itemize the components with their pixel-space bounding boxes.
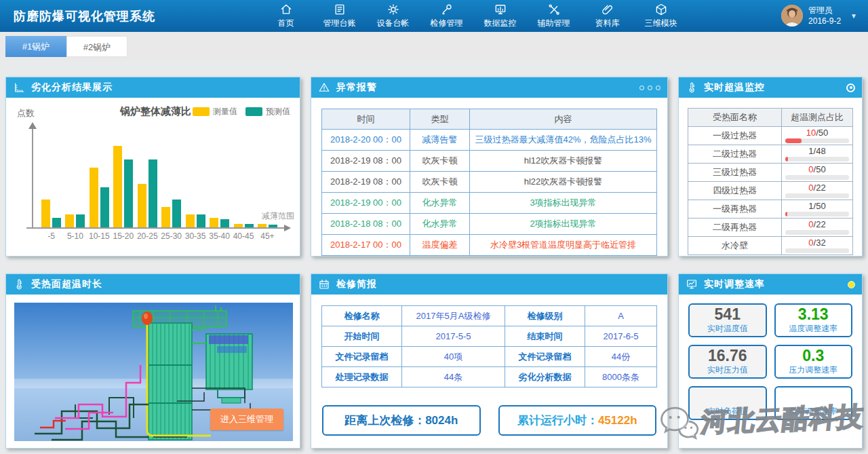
card-value	[690, 388, 766, 406]
alarm-time: 2018-2-19 00：00	[322, 193, 410, 214]
overtemp-ratio-cell: 1/48	[782, 145, 853, 164]
maintenance-label: 处理记录数据	[322, 367, 402, 387]
overtemp-numerator: 0	[808, 219, 813, 229]
alarm-row[interactable]: 2018-2-20 00：00减薄告警三级过热器最大减薄值42%，危险点占比13…	[322, 130, 657, 151]
overtemp-progress-track	[785, 193, 849, 198]
last-maintenance-button[interactable]: 距离上次检修：8024h	[322, 405, 481, 436]
user-date: 2016-9-2	[808, 16, 841, 26]
bar-group	[88, 168, 111, 227]
status-ring-icon	[846, 83, 855, 92]
chevron-down-icon[interactable]: ▼	[850, 12, 857, 20]
overtemp-column-header: 超温测点占比	[782, 109, 853, 127]
overtemp-row: 四级过热器0/22	[688, 182, 853, 200]
enter-3d-management-button[interactable]: 进入三维管理	[210, 409, 283, 430]
maintenance-label: 检修名称	[322, 306, 402, 326]
nav-item-5[interactable]: 数据监控	[473, 0, 527, 32]
overtemp-numerator: 1	[808, 201, 813, 211]
bar-预测值	[149, 159, 157, 227]
wrench-icon	[440, 3, 454, 16]
alarm-row[interactable]: 2018-2-17 00：00温度偏差水冷壁3根管道温度明显高于临近管排	[322, 235, 657, 256]
overtemp-ratio-cell: 0/22	[782, 219, 853, 237]
panel-overtemp-monitor: 实时超温监控 受热面名称超温测点占比 一级过热器10/50二级过热器1/48三级…	[678, 77, 863, 257]
adjust-card: 负荷调整速率	[774, 386, 853, 420]
total-hours-button[interactable]: 累计运行小时：45122h	[498, 405, 657, 436]
nav-item-8[interactable]: 三维模块	[634, 0, 688, 32]
panel-heating-surface-3d: 受热面超温时长	[5, 273, 300, 449]
bar-测量值	[186, 214, 195, 227]
alarm-row[interactable]: 2018-2-18 08：00化水异常2项指标出现异常	[322, 214, 657, 235]
alarm-column-header: 内容	[470, 109, 657, 130]
maintenance-value: 44条	[402, 367, 505, 387]
nav-item-7[interactable]: 资料库	[580, 0, 634, 32]
panel-degradation-header: 劣化分析结果展示	[6, 77, 300, 98]
maintenance-row: 处理记录数据44条劣化分析数据8000条条	[322, 367, 657, 387]
overtemp-ratio-cell: 0/32	[782, 237, 853, 255]
avatar[interactable]	[781, 5, 803, 26]
bar-group	[184, 214, 207, 227]
alarm-type: 吹灰卡顿	[410, 172, 470, 193]
user-info: 管理员 2016-9-2	[808, 5, 841, 26]
app-title: 防磨防爆可视化管理系统	[14, 8, 155, 24]
tab-boiler-2[interactable]: #2锅炉	[66, 36, 127, 57]
chart-monitor-icon	[686, 278, 698, 290]
alarm-header-row: 时间类型内容	[322, 109, 657, 130]
adjust-card: 0.3压力调整速率	[774, 345, 853, 379]
chart-y-axis-label: 点数	[17, 107, 35, 119]
bar-预测值	[76, 214, 85, 227]
nav-item-1[interactable]: 首页	[259, 0, 313, 32]
more-options-dots[interactable]	[639, 86, 660, 90]
overtemp-ratio: 0/22	[785, 183, 849, 193]
alarm-content: 三级过热器最大减薄值42%，危险点占比13%	[470, 130, 657, 151]
user-menu[interactable]: 管理员 2016-9-2 ▼	[781, 5, 857, 26]
alarm-table: 时间类型内容 2018-2-20 00：00减薄告警三级过热器最大减薄值42%，…	[321, 109, 657, 256]
bar-测量值	[258, 224, 267, 227]
alarm-content: hl22吹灰器卡顿报警	[470, 172, 657, 193]
ledger-icon	[333, 3, 347, 16]
legend-swatch	[245, 107, 262, 116]
bar-group	[64, 214, 86, 227]
surface-name: 一级过热器	[688, 127, 782, 145]
nav-item-3[interactable]: 设备台帐	[366, 0, 420, 32]
nav-item-label: 数据监控	[484, 18, 517, 29]
alarm-row[interactable]: 2018-2-19 08：00吹灰卡顿hl22吹灰器卡顿报警	[322, 172, 657, 193]
panel-alarm-header: 异常报警	[311, 77, 667, 98]
overtemp-numerator: 0	[808, 164, 813, 174]
maintenance-value: 44份	[585, 347, 657, 367]
maintenance-label: 文件记录留档	[505, 347, 585, 367]
tab-boiler-1[interactable]: #1锅炉	[5, 36, 66, 57]
ruler-icon	[13, 81, 25, 94]
cube-icon	[654, 3, 668, 16]
maintenance-label: 劣化分析数据	[505, 367, 585, 387]
overtemp-progress-track	[785, 175, 849, 180]
adjust-card: 实时负荷值	[688, 386, 767, 420]
x-tick-label: 40-45	[233, 231, 255, 241]
adjust-card: 541实时温度值	[688, 303, 767, 337]
card-value: 16.76	[690, 347, 766, 364]
bar-group	[233, 224, 255, 227]
overtemp-numerator: 0	[808, 183, 813, 193]
overtemp-progress-fill	[785, 138, 802, 143]
overtemp-numerator: 10	[806, 128, 816, 138]
overtemp-progress-track	[785, 230, 849, 235]
maintenance-table: 检修名称2017年5月A级检修检修级别A开始时间2017-5-5结束时间2017…	[321, 305, 657, 387]
bar-预测值	[245, 224, 254, 227]
nav-item-4[interactable]: 检修管理	[420, 0, 473, 32]
bar-测量值	[65, 214, 74, 227]
bar-测量值	[138, 184, 146, 227]
bar-测量值	[210, 218, 218, 227]
nav-item-label: 三维模块	[645, 18, 677, 29]
overtemp-numerator: 1	[808, 146, 813, 156]
maintenance-value: 2017-5-5	[402, 326, 505, 347]
alarm-row[interactable]: 2018-2-19 08：00吹灰卡顿hl12吹灰器卡顿报警	[322, 151, 657, 172]
top-navigation-bar: 防磨防爆可视化管理系统 首页管理台账设备台帐检修管理数据监控辅助管理资料库三维模…	[0, 0, 868, 32]
x-tick-label: 35-40	[208, 231, 231, 241]
maintenance-label: 文件记录留档	[322, 347, 402, 367]
paperclip-icon	[601, 3, 614, 16]
alarm-row[interactable]: 2018-2-19 00：00化水异常3项指标出现异常	[322, 193, 657, 214]
nav-item-6[interactable]: 辅助管理	[527, 0, 580, 32]
nav-item-label: 资料库	[595, 18, 620, 29]
maintenance-label: 结束时间	[505, 326, 585, 347]
nav-item-2[interactable]: 管理台账	[313, 0, 366, 32]
nav-item-label: 首页	[278, 18, 294, 29]
legend-item: 测量值	[193, 106, 237, 117]
